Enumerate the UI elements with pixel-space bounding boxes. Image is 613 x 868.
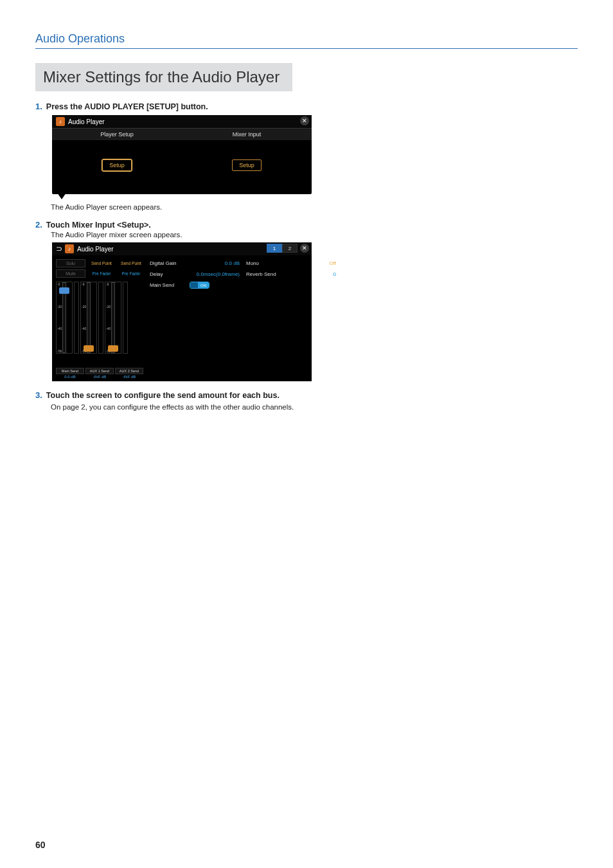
back-icon[interactable]: ⊃ bbox=[56, 244, 62, 253]
scale-tick: -6 bbox=[106, 282, 111, 286]
step-3: 3. Touch the screen to configure the sen… bbox=[35, 390, 578, 412]
scale-tick: -56 bbox=[57, 349, 62, 353]
step-num-3: 3. bbox=[35, 390, 42, 400]
main-send-toggle[interactable]: ON bbox=[190, 282, 209, 289]
meter-main bbox=[74, 282, 79, 354]
step-text-1: Press the AUDIO PLAYER [SETUP] button. bbox=[46, 102, 208, 111]
scale-tick: -40 bbox=[82, 327, 86, 330]
main-send-value: 0.0 dB bbox=[56, 375, 84, 379]
toggle-on-label: ON bbox=[198, 282, 209, 289]
main-send-label: Main Send bbox=[56, 368, 84, 374]
music-icon: ♪ bbox=[56, 117, 65, 126]
param-digital-gain-label: Digital Gain bbox=[150, 260, 190, 266]
tab-player-setup: Player Setup bbox=[52, 128, 182, 140]
param-digital-gain-value[interactable]: 0.0 dB bbox=[190, 260, 246, 266]
step-3-sub: On page 2, you can configure the effects… bbox=[51, 402, 578, 412]
close-icon[interactable]: ✕ bbox=[300, 244, 309, 253]
mute-button[interactable]: Mute bbox=[56, 269, 85, 278]
close-icon[interactable]: ✕ bbox=[300, 116, 309, 125]
page-title: Mixer Settings for the Audio Player bbox=[35, 63, 292, 91]
section-header: Audio Operations bbox=[35, 32, 578, 49]
page-tab-2[interactable]: 2 bbox=[282, 244, 298, 253]
page-number: 60 bbox=[35, 840, 46, 850]
solo-button[interactable]: Solo bbox=[56, 259, 85, 267]
param-delay-value[interactable]: 0.0msec(0.0frame) bbox=[173, 271, 246, 277]
aux2-send-label: AUX 2 Send bbox=[115, 368, 143, 374]
fader-knob[interactable] bbox=[108, 345, 118, 352]
aux1-send-value: -INF dB bbox=[85, 375, 114, 379]
main-send-fader[interactable]: -6 -20 -40 -56 bbox=[56, 282, 73, 354]
step-2: 2. Touch Mixer Input <Setup>. The Audio … bbox=[35, 220, 578, 381]
scale-tick: -20 bbox=[106, 305, 111, 309]
aux1-send-fader[interactable]: -6 -20 -40 -56 bbox=[80, 282, 97, 354]
aux2-send-value: -INF dB bbox=[115, 375, 143, 379]
step-1-result: The Audio Player screen appears. bbox=[51, 203, 578, 211]
screenshot-mixer: ⊃ ♪ Audio Player 1 2 ✕ Solo Send Point S… bbox=[52, 242, 312, 381]
pre-fader-label-2[interactable]: Pre Fader bbox=[118, 271, 145, 276]
scale-tick: -20 bbox=[57, 305, 62, 309]
player-setup-button[interactable]: Setup bbox=[102, 159, 132, 171]
param-mainsend-label: Main Send bbox=[150, 282, 190, 288]
step-2-sub: The Audio Player mixer screen appears. bbox=[51, 231, 578, 239]
aux1-send-label: AUX 1 Send bbox=[85, 368, 114, 374]
mixer-titlebar: ⊃ ♪ Audio Player 1 2 ✕ bbox=[52, 242, 312, 255]
scale-tick: -20 bbox=[82, 305, 86, 309]
mixer-window-title: Audio Player bbox=[77, 246, 114, 253]
callout-pointer bbox=[57, 193, 66, 199]
fader-knob[interactable] bbox=[59, 287, 69, 294]
step-1: 1. Press the AUDIO PLAYER [SETUP] button… bbox=[35, 102, 578, 211]
aux2-send-fader[interactable]: -6 -20 -40 -56 bbox=[105, 282, 121, 354]
fader-knob[interactable] bbox=[84, 345, 94, 352]
scale-tick: -6 bbox=[57, 282, 62, 286]
page-tab-1[interactable]: 1 bbox=[267, 244, 282, 253]
param-reverb-value[interactable]: 0 bbox=[286, 271, 342, 277]
meter-aux1 bbox=[98, 282, 103, 354]
music-icon: ♪ bbox=[65, 244, 74, 253]
send-point-label-2: Send Point bbox=[118, 261, 145, 266]
scale-tick: -40 bbox=[106, 327, 111, 330]
meter-aux2 bbox=[123, 282, 128, 354]
screenshot-audio-player: ♪ Audio Player ✕ Player Setup Mixer Inpu… bbox=[52, 115, 312, 194]
step-text-3: Touch the screen to configure the send a… bbox=[46, 391, 280, 400]
scale-tick: -6 bbox=[82, 282, 86, 286]
window-titlebar: ♪ Audio Player ✕ bbox=[52, 115, 312, 128]
send-point-label-1: Send Point bbox=[88, 261, 115, 266]
pre-fader-label-1[interactable]: Pre Fader bbox=[88, 271, 115, 276]
tab-mixer-input: Mixer Input bbox=[182, 128, 312, 140]
step-num-2: 2. bbox=[35, 220, 42, 230]
step-text-2: Touch Mixer Input <Setup>. bbox=[46, 221, 151, 230]
step-num-1: 1. bbox=[35, 102, 42, 111]
param-mono-value[interactable]: Off bbox=[286, 260, 342, 266]
param-delay-label: Delay bbox=[150, 271, 173, 277]
param-mono-label: Mono bbox=[246, 260, 286, 266]
window-title: Audio Player bbox=[68, 118, 105, 125]
param-reverb-label: Reverb Send bbox=[246, 271, 286, 277]
mixer-input-setup-button[interactable]: Setup bbox=[232, 159, 262, 171]
scale-tick: -40 bbox=[57, 327, 62, 330]
